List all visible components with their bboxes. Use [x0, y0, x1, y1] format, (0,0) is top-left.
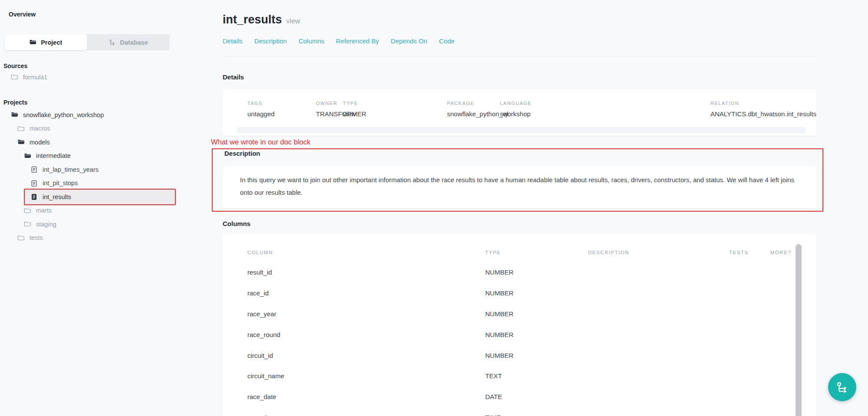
details-field-value: snowflake_python_workshop	[447, 110, 500, 118]
tab-bar: Details Description Columns Referenced B…	[223, 37, 454, 45]
sidebar-item[interactable]: int_results	[24, 189, 176, 205]
details-field-value: ANALYTICS.dbt_hwatson.int_results	[710, 110, 816, 118]
details-field-label: OWNER	[316, 101, 343, 106]
cell-column-name: circuit_name	[247, 372, 485, 380]
sidebar-item[interactable]: staging	[3, 217, 176, 231]
sidebar-item-label: staging	[36, 221, 56, 228]
table-row[interactable]: race_round NUMBER	[247, 324, 796, 345]
lineage-tree-icon	[109, 39, 116, 46]
sidebar-item-label: tests	[30, 234, 43, 241]
file-icon	[30, 180, 38, 187]
cell-type: DATE	[485, 393, 588, 400]
sidebar-item-label: int_lap_times_years	[43, 166, 99, 173]
sidebar-item[interactable]: tests	[3, 231, 176, 245]
folder-icon	[29, 39, 36, 46]
folder-open-icon	[11, 111, 18, 118]
model-name: int_results	[223, 13, 282, 26]
sidebar-item[interactable]: int_lap_times_years	[3, 163, 176, 177]
cell-type: NUMBER	[485, 310, 588, 318]
sidebar-item[interactable]: int_pit_stops	[3, 177, 176, 190]
sidebar-item-label: int_pit_stops	[43, 180, 78, 187]
table-row[interactable]: race_time TIME	[247, 407, 796, 416]
header-description: DESCRIPTION	[588, 250, 729, 255]
sidebar-item-label: formula1	[23, 74, 47, 81]
sidebar-item[interactable]: intermediate	[3, 149, 176, 163]
cell-column-name: race_time	[247, 414, 485, 416]
columns-heading: Columns	[223, 220, 250, 227]
details-card: TAGS untagged OWNER TRANSFORMER TYPE vie…	[223, 89, 816, 136]
overview-heading: Overview	[9, 11, 36, 18]
tab[interactable]: Description	[254, 37, 287, 45]
columns-table-header: COLUMN TYPE DESCRIPTION TESTS MORE?	[247, 246, 796, 259]
cell-type: TEXT	[485, 372, 588, 380]
database-toggle-button[interactable]: Database	[87, 34, 170, 50]
columns-table: COLUMN TYPE DESCRIPTION TESTS MORE? resu…	[223, 234, 816, 416]
table-row[interactable]: circuit_name TEXT	[247, 366, 796, 387]
table-row[interactable]: race_date DATE	[247, 387, 796, 407]
description-text: In this query we want to join out other …	[223, 166, 816, 199]
lineage-graph-icon	[836, 381, 849, 394]
sidebar-item-label: intermediate	[36, 152, 71, 159]
details-field-value: TRANSFORMER	[316, 110, 343, 118]
sidebar-item-label: marts	[36, 207, 52, 214]
cell-type: NUMBER	[485, 289, 588, 297]
details-field: OWNER TRANSFORMER	[316, 101, 343, 118]
database-toggle-label: Database	[120, 39, 148, 46]
folder-open-icon	[17, 138, 25, 146]
view-toggle: Project Database	[4, 34, 170, 50]
table-row[interactable]: circuit_id NUMBER	[247, 345, 796, 366]
table-scrollbar-thumb[interactable]	[796, 244, 802, 416]
details-field-label: LANGUAGE	[500, 101, 710, 106]
folder-icon	[24, 207, 31, 214]
header-column: COLUMN	[247, 250, 485, 255]
cell-column-name: race_round	[247, 331, 485, 338]
details-field-value: sql	[500, 110, 710, 118]
sources-heading: Sources	[3, 62, 27, 69]
project-tree: snowflake_python_workshop macros models	[3, 108, 176, 245]
cell-type: NUMBER	[485, 352, 588, 359]
details-field: PACKAGE snowflake_python_workshop	[447, 101, 500, 118]
cell-column-name: race_year	[247, 310, 485, 318]
tab[interactable]: Code	[439, 37, 455, 45]
columns-table-body: result_id NUMBER race_id NUMBER	[247, 262, 796, 416]
tab[interactable]: Depends On	[391, 37, 427, 45]
details-field-value: view	[343, 110, 447, 118]
annotation-text: What we wrote in our doc block	[211, 138, 310, 146]
sidebar-item[interactable]: models	[3, 135, 176, 149]
cell-column-name: race_date	[247, 393, 485, 400]
projects-heading: Projects	[3, 99, 27, 106]
resource-type-label: view	[286, 17, 300, 25]
file-solid-icon	[30, 193, 38, 200]
details-field-label: RELATION	[710, 101, 816, 106]
cell-type: NUMBER	[485, 331, 588, 338]
details-field-value: untagged	[247, 110, 316, 118]
details-field: RELATION ANALYTICS.dbt_hwatson.int_resul…	[710, 101, 816, 118]
folder-icon	[17, 234, 25, 242]
tab[interactable]: Details	[223, 37, 243, 45]
project-toggle-button[interactable]: Project	[4, 34, 87, 50]
table-row[interactable]: race_year NUMBER	[247, 304, 796, 324]
tab[interactable]: Referenced By	[336, 37, 379, 45]
sidebar-item-label: models	[30, 139, 50, 146]
sidebar-item[interactable]: snowflake_python_workshop	[3, 108, 176, 122]
sidebar-item[interactable]: macros	[3, 122, 176, 136]
header-type: TYPE	[485, 250, 588, 255]
cell-column-name: result_id	[247, 269, 485, 276]
description-heading: Description	[224, 150, 260, 157]
tab[interactable]: Columns	[299, 37, 324, 45]
sidebar-item-label: int_results	[43, 193, 71, 200]
lineage-graph-button[interactable]	[828, 373, 856, 401]
details-field-label: TYPE	[343, 101, 447, 106]
table-row[interactable]: result_id NUMBER	[247, 262, 796, 283]
header-tests: TESTS	[729, 250, 770, 255]
table-row[interactable]: race_id NUMBER	[247, 283, 796, 304]
folder-icon	[11, 73, 18, 81]
folder-icon	[24, 220, 31, 228]
sidebar-item-source[interactable]: formula1	[3, 70, 176, 84]
columns-card: COLUMN TYPE DESCRIPTION TESTS MORE? resu…	[223, 234, 816, 416]
project-toggle-label: Project	[41, 39, 62, 46]
sidebar-item[interactable]: marts	[3, 204, 176, 218]
sources-list: formula1	[3, 70, 176, 84]
details-field: LANGUAGE sql	[500, 101, 710, 118]
header-divider	[223, 56, 816, 56]
